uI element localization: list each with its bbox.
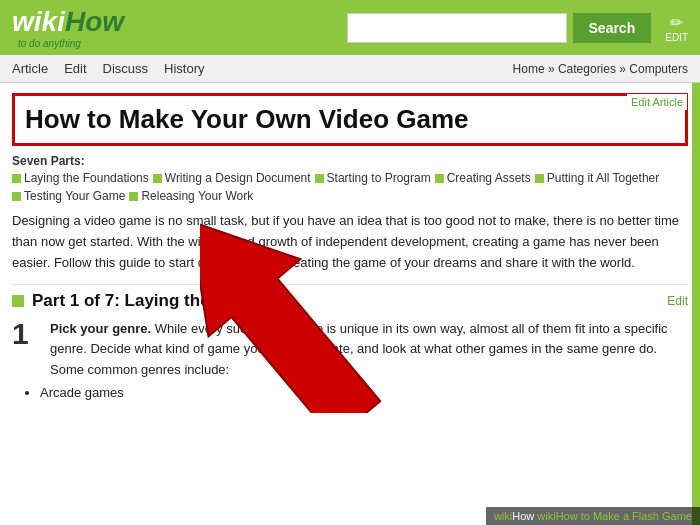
article-title-box: How to Make Your Own Video Game Edit Art… — [12, 93, 688, 146]
main-content: How to Make Your Own Video Game Edit Art… — [0, 83, 700, 525]
nav-article[interactable]: Article — [12, 61, 48, 76]
part1-title: Part 1 of 7: Laying the Foun... — [12, 291, 270, 311]
part-square-icon — [12, 192, 21, 201]
bullet-list: Arcade games — [40, 385, 688, 400]
logo-how[interactable]: How — [65, 6, 124, 38]
part-square-icon — [535, 174, 544, 183]
part-link-5[interactable]: Putting it All Together — [535, 171, 660, 185]
nav-history[interactable]: History — [164, 61, 204, 76]
list-item: Arcade games — [40, 385, 688, 400]
edit-label: EDIT — [665, 32, 688, 43]
nav-discuss[interactable]: Discuss — [103, 61, 149, 76]
edit-button[interactable]: ✏ EDIT — [665, 13, 688, 43]
part-link-3[interactable]: Starting to Program — [315, 171, 431, 185]
nav-edit[interactable]: Edit — [64, 61, 86, 76]
part1-square-icon — [12, 295, 24, 307]
search-input[interactable] — [347, 13, 567, 43]
step-title: Pick your genre. — [50, 321, 151, 336]
watermark-how: How — [512, 510, 534, 522]
intro-text: Designing a video game is no small task,… — [12, 211, 688, 273]
part-link-2[interactable]: Writing a Design Document — [153, 171, 311, 185]
edit-article-link[interactable]: Edit Article — [627, 94, 687, 110]
parts-label: Seven Parts: — [12, 154, 85, 168]
watermark-wiki: wiki — [494, 510, 512, 522]
search-button[interactable]: Search — [573, 13, 652, 43]
part-square-icon — [129, 192, 138, 201]
watermark-text: wikiHow to Make a Flash Game — [537, 510, 692, 522]
parts-section: Seven Parts: Laying the Foundations Writ… — [12, 154, 688, 203]
logo-wiki[interactable]: wiki — [12, 6, 65, 38]
part-link-4[interactable]: Creating Assets — [435, 171, 531, 185]
part1-section: Part 1 of 7: Laying the Foun... Edit — [12, 284, 688, 311]
step1: 1 Pick your genre. While every successfu… — [12, 319, 688, 381]
nav-left: Article Edit Discuss History — [12, 61, 205, 76]
part-link-1[interactable]: Laying the Foundations — [12, 171, 149, 185]
search-area: Search ✏ EDIT — [347, 13, 688, 43]
breadcrumb: Home » Categories » Computers — [513, 62, 688, 76]
part-square-icon — [153, 174, 162, 183]
pencil-icon: ✏ — [670, 13, 683, 32]
article-title: How to Make Your Own Video Game — [25, 104, 675, 135]
logo: wikiHow to do anything — [12, 6, 124, 49]
watermark: wikiHow wikiHow to Make a Flash Game — [486, 507, 700, 525]
part-link-7[interactable]: Releasing Your Work — [129, 189, 253, 203]
part1-header: Part 1 of 7: Laying the Foun... Edit — [12, 291, 688, 311]
navbar: Article Edit Discuss History Home » Cate… — [0, 55, 700, 83]
right-strip — [692, 83, 700, 525]
part1-edit-link[interactable]: Edit — [667, 294, 688, 308]
part-square-icon — [315, 174, 324, 183]
logo-tagline: to do anything — [18, 38, 124, 49]
site-header: wikiHow to do anything Search ✏ EDIT — [0, 0, 700, 55]
step-content: Pick your genre. While every successful … — [50, 319, 688, 381]
part-square-icon — [435, 174, 444, 183]
step-number: 1 — [12, 319, 40, 381]
part-square-icon — [12, 174, 21, 183]
parts-links: Laying the Foundations Writing a Design … — [12, 171, 688, 203]
part-link-6[interactable]: Testing Your Game — [12, 189, 125, 203]
